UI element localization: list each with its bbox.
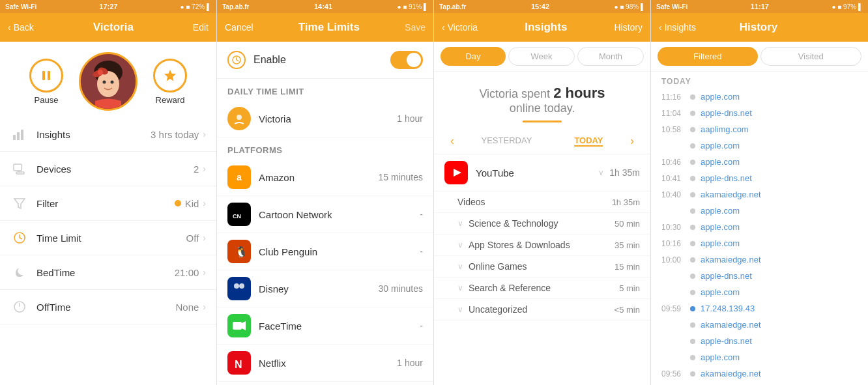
- menu-item-timelimit[interactable]: Time Limit Off ›: [0, 221, 216, 255]
- bedtime-value: 21:00: [175, 267, 199, 278]
- panel-profile: Safe Wi-Fi 17:27 ● ■ 72% ▌ ‹ Back Victor…: [0, 0, 217, 385]
- history-dot-11: [690, 274, 695, 279]
- platform-netflix[interactable]: N Netflix 1 hour: [217, 345, 433, 382]
- history-url-5[interactable]: apple-dns.net: [701, 173, 752, 183]
- menu-item-devices[interactable]: Devices 2 ›: [0, 152, 216, 186]
- devices-label: Devices: [36, 164, 194, 175]
- platforms-section-header: PLATFORMS: [217, 137, 433, 159]
- history-url-12[interactable]: apple.com: [701, 287, 740, 297]
- history-dot-8: [690, 225, 695, 230]
- history-time-1: 11:04: [661, 109, 685, 118]
- platform-cartoon[interactable]: CN Cartoon Network -: [217, 196, 433, 233]
- insight-youtube-row[interactable]: YouTube ∨ 1h 35m: [434, 154, 650, 192]
- tab-day[interactable]: Day: [441, 47, 506, 66]
- history-url-3[interactable]: apple.com: [701, 141, 740, 150]
- svg-rect-14: [14, 164, 22, 171]
- enable-row: Enable: [217, 42, 433, 79]
- netflix-time: 1 hour: [397, 358, 423, 368]
- filter-tab-visited[interactable]: Visited: [760, 47, 862, 66]
- history-link[interactable]: History: [614, 22, 643, 33]
- save-button[interactable]: Save: [405, 22, 426, 33]
- pause-button[interactable]: [29, 59, 63, 93]
- history-url-4[interactable]: apple.com: [701, 157, 740, 167]
- status-icons-1: ● ■ 72% ▌: [180, 3, 211, 10]
- history-item-3: apple.com: [651, 137, 868, 154]
- day-labels: YESTERDAY TODAY: [460, 135, 624, 147]
- enable-label: Enable: [253, 54, 390, 66]
- history-url-9[interactable]: apple.com: [701, 238, 740, 248]
- search-expand-icon: ∨: [457, 283, 463, 292]
- day-navigation: ‹ YESTERDAY TODAY ›: [434, 128, 650, 154]
- svg-rect-12: [17, 132, 20, 140]
- svg-marker-10: [164, 70, 176, 81]
- history-dot-9: [690, 241, 695, 246]
- insights-chevron-icon: ›: [203, 129, 206, 139]
- history-url-11[interactable]: apple-dns.net: [701, 271, 752, 281]
- history-time-13: 09:59: [661, 304, 685, 313]
- history-url-1[interactable]: apple-dns.net: [701, 108, 752, 118]
- yesterday-label: YESTERDAY: [482, 135, 532, 147]
- enable-toggle[interactable]: [390, 51, 423, 69]
- prev-day-button[interactable]: ‹: [444, 133, 460, 149]
- cartoon-name: Cartoon Network: [259, 209, 420, 220]
- disney-name: Disney: [259, 283, 379, 294]
- history-back-button[interactable]: ‹ Insights: [659, 22, 696, 33]
- history-dot-16: [690, 355, 695, 360]
- sub-games-name: Online Games: [469, 261, 615, 272]
- disney-icon: [227, 277, 251, 300]
- history-url-15[interactable]: apple-dns.net: [701, 336, 752, 346]
- history-url-10[interactable]: akamaiedge.net: [701, 255, 761, 264]
- platform-facetime[interactable]: FaceTime -: [217, 307, 433, 345]
- history-time-8: 10:30: [661, 223, 685, 232]
- tab-week[interactable]: Week: [508, 47, 575, 66]
- history-dot-3: [690, 143, 695, 149]
- tab-month[interactable]: Month: [577, 47, 644, 66]
- history-dot-15: [690, 339, 695, 344]
- edit-button[interactable]: Edit: [193, 22, 209, 33]
- insights-value: 3 hrs today: [151, 129, 199, 140]
- history-url-13[interactable]: 17.248.139.43: [701, 304, 755, 313]
- history-dot-12: [690, 290, 695, 295]
- history-url-8[interactable]: apple.com: [701, 222, 740, 232]
- svg-marker-17: [14, 199, 25, 208]
- menu-item-offtime[interactable]: OffTime None ›: [0, 290, 216, 324]
- svg-rect-0: [42, 71, 45, 80]
- platform-clubpenguin[interactable]: 🐧 Club Penguin -: [217, 233, 433, 270]
- sub-appstores-time: 35 min: [615, 240, 640, 250]
- svg-point-36: [239, 283, 244, 289]
- history-time-10: 10:00: [661, 255, 685, 264]
- history-url-7[interactable]: apple.com: [701, 206, 740, 216]
- filter-icon: [10, 194, 29, 212]
- insights-content: Victoria spent 2 hours online today. ‹ Y…: [434, 72, 650, 385]
- history-item-10: 10:00 akamaiedge.net: [651, 251, 868, 268]
- menu-item-insights[interactable]: Insights 3 hrs today ›: [0, 117, 216, 152]
- history-url-2[interactable]: aaplimg.com: [701, 124, 749, 134]
- platform-disney[interactable]: Disney 30 minutes: [217, 270, 433, 307]
- history-url-0[interactable]: apple.com: [701, 92, 740, 102]
- history-item-12: apple.com: [651, 284, 868, 300]
- status-icons-2: ● ■ 91% ▌: [397, 3, 428, 10]
- history-url-16[interactable]: apple.com: [701, 352, 740, 362]
- platform-nickelodeon[interactable]: Nick Nickelodeon -: [217, 382, 433, 385]
- amazon-icon: a: [227, 165, 251, 189]
- history-dot-13: [690, 306, 695, 311]
- next-day-button[interactable]: ›: [624, 133, 640, 149]
- insights-back-button[interactable]: ‹ Victoria: [442, 22, 478, 33]
- history-url-17[interactable]: akamaiedge.net: [701, 369, 761, 378]
- menu-item-filter[interactable]: Filter Kid ›: [0, 186, 216, 221]
- history-url-14[interactable]: akamaiedge.net: [701, 320, 761, 330]
- menu-item-bedtime[interactable]: BedTime 21:00 ›: [0, 255, 216, 290]
- history-item-16: apple.com: [651, 349, 868, 365]
- clubpenguin-icon: 🐧: [227, 240, 251, 263]
- back-button[interactable]: ‹ Back: [8, 22, 34, 33]
- svg-point-9: [98, 70, 103, 75]
- filter-tab-filtered[interactable]: Filtered: [658, 47, 758, 66]
- cancel-button[interactable]: Cancel: [225, 22, 253, 33]
- platform-amazon[interactable]: a Amazon 15 minutes: [217, 159, 433, 196]
- sub-appstores-name: App Stores & Downloads: [469, 240, 615, 250]
- history-item-1: 11:04 apple-dns.net: [651, 105, 868, 121]
- sub-science: ∨ Science & Technology 50 min: [434, 213, 650, 235]
- history-dot-17: [690, 371, 695, 377]
- history-url-6[interactable]: akamaiedge.net: [701, 190, 761, 199]
- reward-button[interactable]: [153, 59, 187, 93]
